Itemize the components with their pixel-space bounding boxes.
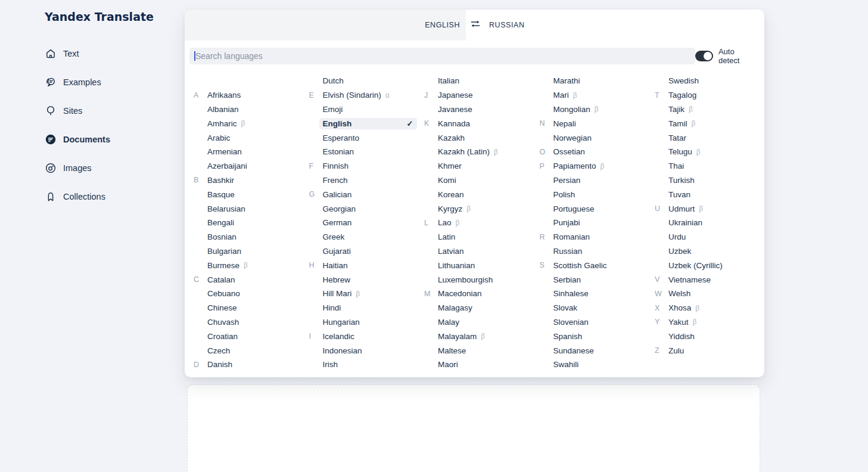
language-item[interactable]: English✓ <box>309 116 425 131</box>
language-item[interactable]: HHaitian <box>309 258 425 272</box>
language-item[interactable]: UUdmurtβ <box>655 201 770 216</box>
sidebar-item-collections[interactable]: Collections <box>45 182 110 211</box>
language-item[interactable]: Russian <box>540 244 655 259</box>
language-item[interactable]: Indonesian <box>309 343 425 358</box>
language-item[interactable]: Malayalamβ <box>424 329 540 343</box>
language-item[interactable]: Croatian <box>194 329 309 343</box>
sidebar-item-sites[interactable]: Sites <box>45 97 110 125</box>
language-item[interactable]: Javanese <box>424 103 540 117</box>
language-item[interactable]: NNepali <box>540 116 655 131</box>
language-item[interactable]: Persian <box>540 173 655 188</box>
language-item[interactable]: CCatalan <box>194 272 309 287</box>
sidebar-item-text[interactable]: Text <box>45 39 110 68</box>
language-item[interactable]: PPapiamentoβ <box>540 159 655 173</box>
language-item[interactable]: ZZulu <box>655 343 770 358</box>
language-item[interactable]: RRomanian <box>540 230 655 244</box>
language-item[interactable]: Swedish <box>655 74 770 88</box>
language-item[interactable]: Marathi <box>540 74 655 88</box>
search-languages-input[interactable] <box>189 48 695 64</box>
language-item[interactable]: Komi <box>424 173 540 188</box>
language-item[interactable]: Azerbaijani <box>194 159 309 173</box>
language-item[interactable]: Malay <box>424 315 540 330</box>
language-item[interactable]: KKannada <box>424 116 540 131</box>
language-item[interactable]: Yiddish <box>655 329 770 343</box>
language-item[interactable]: Thai <box>655 159 770 173</box>
language-item[interactable]: Estonian <box>309 145 425 159</box>
language-item[interactable]: Maori <box>424 358 540 372</box>
language-item[interactable]: Greek <box>309 230 425 244</box>
language-item[interactable]: XXhosaβ <box>655 301 770 315</box>
language-item[interactable]: Tatar <box>655 131 770 145</box>
document-drop-area[interactable] <box>187 384 760 472</box>
sidebar-item-examples[interactable]: Examples <box>45 68 110 97</box>
language-item[interactable]: Norwegian <box>540 131 655 145</box>
language-item[interactable]: Burmeseβ <box>194 258 309 272</box>
language-item[interactable]: Armenian <box>194 145 309 159</box>
language-item[interactable]: Hill Mariβ <box>309 287 425 301</box>
target-language-tab[interactable]: RUSSIAN <box>489 21 525 29</box>
language-item[interactable]: Turkish <box>655 173 770 188</box>
language-item[interactable]: Sinhalese <box>540 287 655 301</box>
language-item[interactable]: Cebuano <box>194 287 309 301</box>
auto-detect-control[interactable]: Auto detect <box>695 47 760 65</box>
language-item[interactable]: Kyrgyzβ <box>424 201 540 216</box>
language-item[interactable]: Amharicβ <box>194 116 309 131</box>
language-item[interactable]: Emoji <box>309 103 425 117</box>
language-item[interactable]: Belarusian <box>194 201 309 216</box>
swap-languages-button[interactable] <box>469 18 482 32</box>
language-item[interactable]: LLaoβ <box>424 216 540 230</box>
language-item[interactable]: VVietnamese <box>655 272 770 287</box>
language-item[interactable]: Khmer <box>424 159 540 173</box>
language-item[interactable]: Spanish <box>540 329 655 343</box>
language-item[interactable]: Punjabi <box>540 216 655 230</box>
language-item[interactable]: Chinese <box>194 301 309 315</box>
language-item[interactable]: Mariβ <box>540 88 655 103</box>
sidebar-item-images[interactable]: Images <box>45 154 110 182</box>
language-item[interactable]: Albanian <box>194 103 309 117</box>
language-item[interactable]: Gujarati <box>309 244 425 259</box>
language-item[interactable]: IIcelandic <box>309 329 425 343</box>
language-item[interactable]: German <box>309 216 425 230</box>
language-item[interactable]: Ukrainian <box>655 216 770 230</box>
language-item[interactable]: Tajikβ <box>655 103 770 117</box>
language-item[interactable]: Uzbek <box>655 244 770 259</box>
language-item[interactable]: Lithuanian <box>424 258 540 272</box>
language-item[interactable]: AAfrikaans <box>194 88 309 103</box>
language-item[interactable]: Bosnian <box>194 230 309 244</box>
language-item[interactable]: Korean <box>424 187 540 201</box>
language-item[interactable]: GGalician <box>309 187 425 201</box>
language-item[interactable]: Hungarian <box>309 315 425 330</box>
language-item[interactable]: French <box>309 173 425 188</box>
language-item[interactable]: Tuvan <box>655 187 770 201</box>
language-item[interactable]: Serbian <box>540 272 655 287</box>
language-item[interactable]: Georgian <box>309 201 425 216</box>
language-item[interactable]: Chuvash <box>194 315 309 330</box>
language-item[interactable]: Hebrew <box>309 272 425 287</box>
language-item[interactable]: Portuguese <box>540 201 655 216</box>
language-item[interactable]: Italian <box>424 74 540 88</box>
language-item[interactable]: TTagalog <box>655 88 770 103</box>
language-item[interactable]: Polish <box>540 187 655 201</box>
language-item[interactable]: Malagasy <box>424 301 540 315</box>
language-item[interactable]: Kazakh (Latin)β <box>424 145 540 159</box>
language-item[interactable]: Latin <box>424 230 540 244</box>
language-item[interactable]: Bengali <box>194 216 309 230</box>
language-item[interactable]: FFinnish <box>309 159 425 173</box>
language-item[interactable]: Latvian <box>424 244 540 259</box>
language-item[interactable]: Irish <box>309 358 425 372</box>
language-item[interactable]: Czech <box>194 343 309 358</box>
auto-detect-toggle[interactable] <box>695 51 713 61</box>
language-item[interactable]: Mongolianβ <box>540 103 655 117</box>
language-item[interactable]: Slovak <box>540 301 655 315</box>
language-item[interactable]: Dutch <box>309 74 425 88</box>
language-item[interactable]: Basque <box>194 187 309 201</box>
language-item[interactable]: Sundanese <box>540 343 655 358</box>
language-item[interactable]: DDanish <box>194 358 309 372</box>
language-item[interactable]: Hindi <box>309 301 425 315</box>
language-item[interactable]: Uzbek (Cyrillic) <box>655 258 770 272</box>
language-item[interactable]: SScottish Gaelic <box>540 258 655 272</box>
language-item[interactable]: WWelsh <box>655 287 770 301</box>
language-item[interactable]: Swahili <box>540 358 655 372</box>
source-language-tab[interactable]: ENGLISH <box>425 21 460 29</box>
language-item[interactable]: EElvish (Sindarin)α <box>309 88 425 103</box>
